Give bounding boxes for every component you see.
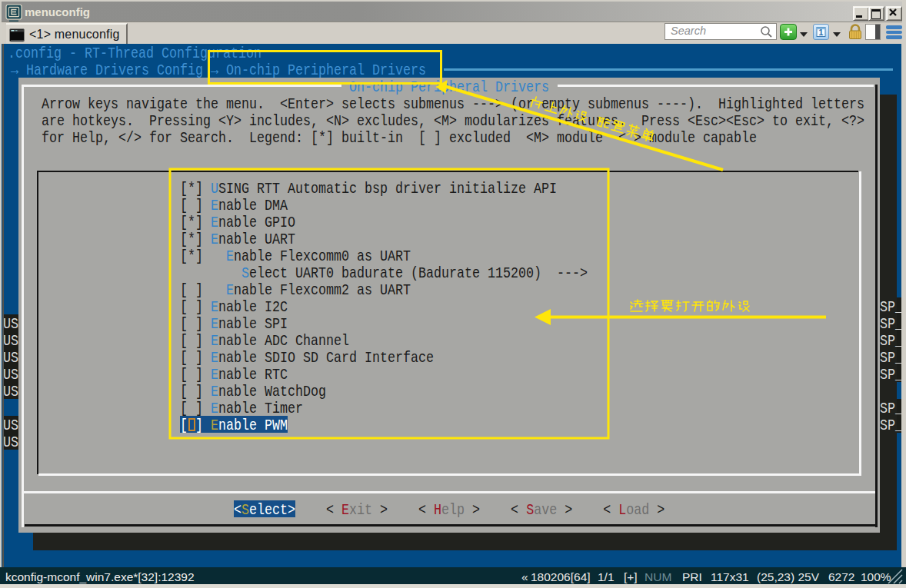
svg-text:1: 1 [819, 28, 824, 37]
